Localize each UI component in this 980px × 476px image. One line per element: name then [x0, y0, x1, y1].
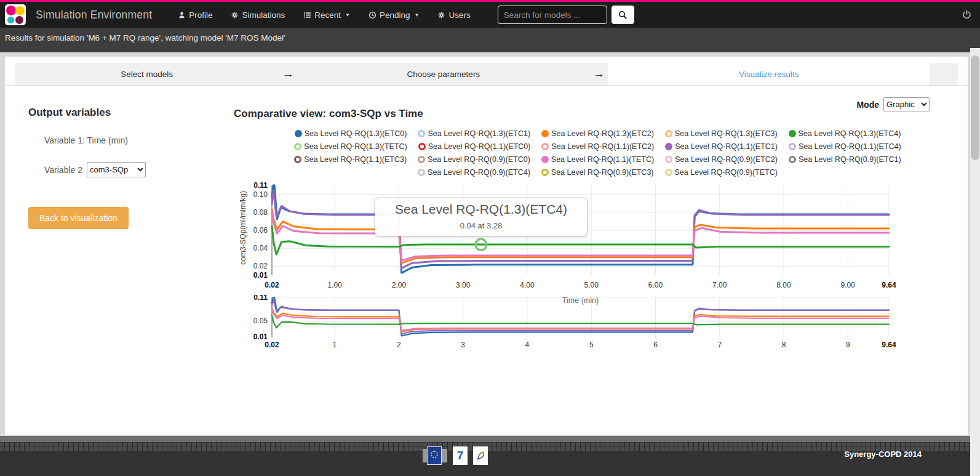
series-line[interactable] — [272, 309, 889, 331]
svg-text:9.64: 9.64 — [882, 281, 896, 289]
variable2-select[interactable]: com3-SQp — [87, 162, 146, 177]
legend-item[interactable]: Sea Level RQ-RQ(1.1)(ETC4) — [789, 140, 901, 153]
search-icon — [618, 10, 627, 20]
svg-text:0.11: 0.11 — [253, 182, 268, 190]
legend-label: Sea Level RQ-RQ(1.1)(ETC1) — [675, 140, 778, 153]
wizard-step-choose-parameters[interactable]: Choose parameters — [297, 63, 589, 85]
legend-label: Sea Level RQ-RQ(0.9)(ETC4) — [428, 166, 530, 179]
main-area: Select models → Choose parameters → Visu… — [0, 48, 980, 436]
legend-item[interactable]: Sea Level RQ-RQ(0.9)(ETC3) — [541, 166, 654, 179]
eu-commission-logo — [423, 446, 447, 465]
nav-label: Pending — [380, 10, 410, 20]
svg-text:1: 1 — [333, 341, 337, 349]
nav-item-profile[interactable]: Profile — [178, 10, 212, 20]
back-to-visualization-button[interactable]: Back to visualization — [28, 207, 129, 229]
scrollbar-thumb[interactable] — [971, 55, 979, 160]
svg-text:2: 2 — [397, 341, 401, 349]
svg-text:0.01: 0.01 — [253, 333, 268, 341]
variable2-label: Variable 2 — [44, 165, 82, 175]
legend-row: Sea Level RQ-RQ(1.1)(ETC3)Sea Level RQ-R… — [234, 153, 962, 166]
chart-area: Comparative view: com3-SQp vs Time Sea L… — [234, 86, 968, 353]
navigator-chart-container: Time (min) 0.021234567899.640.110.050.01 — [234, 295, 962, 353]
list-icon — [303, 11, 311, 19]
gear-icon — [231, 11, 239, 19]
hover-point — [480, 244, 482, 246]
main-nav: Profile Simulations Recent ▼ Pending ▼ U… — [178, 10, 470, 20]
svg-text:0.02: 0.02 — [253, 262, 268, 270]
series-lines[interactable] — [272, 297, 889, 336]
legend-marker-filled — [665, 143, 672, 150]
gear-icon — [437, 11, 445, 19]
search-form — [498, 6, 634, 24]
svg-text:0.08: 0.08 — [253, 208, 268, 217]
legend-item[interactable]: Sea Level RQ-RQ(1.3)(ETC3) — [665, 127, 778, 140]
legend-item[interactable]: Sea Level RQ-RQ(0.9)(TETC) — [665, 166, 778, 179]
legend-item[interactable]: Sea Level RQ-RQ(1.3)(ETC2) — [541, 127, 654, 140]
variable1-label: Variable 1: Time (min) — [44, 135, 128, 145]
nav-item-pending[interactable]: Pending ▼ — [368, 10, 419, 20]
x-axis-ticks: 0.021.002.003.004.005.006.007.008.009.00… — [265, 281, 896, 289]
page-scrollbar[interactable] — [970, 48, 980, 476]
wizard-step-select-models[interactable]: Select models — [15, 63, 279, 85]
legend-item[interactable]: Sea Level RQ-RQ(1.1)(TETC) — [541, 153, 654, 166]
legend-label: Sea Level RQ-RQ(1.3)(ETC0) — [305, 127, 407, 140]
legend-item[interactable]: Sea Level RQ-RQ(1.3)(ETC4) — [789, 127, 901, 140]
user-icon — [178, 11, 186, 19]
logo-petal-teal — [7, 17, 14, 23]
eu-stars-icon — [431, 451, 438, 458]
legend-label: Sea Level RQ-RQ(1.3)(ETC3) — [675, 127, 778, 140]
footer: 7 Synergy-COPD 2014 — [0, 442, 980, 476]
nav-item-simulations[interactable]: Simulations — [231, 10, 285, 20]
mode-select[interactable]: Graphic — [883, 97, 930, 111]
svg-text:0.02: 0.02 — [265, 341, 279, 349]
svg-text:4: 4 — [525, 341, 530, 349]
search-input[interactable] — [498, 6, 607, 24]
navigator-chart[interactable]: 0.021234567899.640.110.050.01 — [234, 295, 901, 353]
logo-petal-yellow — [15, 6, 25, 15]
nav-item-recent[interactable]: Recent ▼ — [303, 10, 350, 20]
nav-label: Users — [448, 10, 470, 20]
legend-item[interactable]: Sea Level RQ-RQ(0.9)(ETC1) — [789, 153, 901, 166]
legend-label: Sea Level RQ-RQ(1.3)(ETC2) — [551, 127, 654, 140]
legend-item[interactable]: Sea Level RQ-RQ(1.3)(TETC) — [294, 140, 407, 153]
fp7-logo: 7 — [453, 446, 468, 465]
quill-icon — [476, 451, 485, 461]
svg-text:0.11: 0.11 — [253, 295, 268, 302]
legend-item[interactable]: Sea Level RQ-RQ(1.1)(ETC1) — [665, 140, 778, 153]
search-button[interactable] — [612, 6, 634, 24]
svg-text:0.01: 0.01 — [253, 271, 268, 280]
legend-item[interactable]: Sea Level RQ-RQ(1.1)(ETC2) — [541, 140, 654, 153]
legend-marker-open — [418, 156, 425, 163]
legend-marker-open — [294, 143, 301, 150]
legend-item[interactable]: Sea Level RQ-RQ(0.9)(ETC2) — [665, 153, 778, 166]
legend-item[interactable]: Sea Level RQ-RQ(0.9)(ETC4) — [418, 166, 530, 179]
chart-tooltip: Sea Level RQ-RQ(1.3)(ETC4) 0.04 at 3.28 — [375, 198, 588, 236]
legend-item[interactable]: Sea Level RQ-RQ(0.9)(ETC0) — [418, 153, 530, 166]
app-logo[interactable] — [5, 4, 26, 25]
legend-marker-filled — [295, 130, 302, 137]
legend-label: Sea Level RQ-RQ(0.9)(ETC3) — [551, 166, 654, 179]
logout-power-button[interactable] — [962, 10, 971, 22]
svg-text:7.00: 7.00 — [712, 281, 727, 289]
wizard-step-visualize-results[interactable]: Visualize results — [608, 63, 930, 85]
legend-item[interactable]: Sea Level RQ-RQ(1.3)(ETC0) — [295, 127, 407, 140]
nav-item-users[interactable]: Users — [437, 10, 470, 20]
chevron-down-icon: ▼ — [415, 12, 420, 18]
svg-text:3.00: 3.00 — [456, 281, 471, 289]
legend-item[interactable]: Sea Level RQ-RQ(1.1)(ETC0) — [418, 140, 531, 153]
legend-label: Sea Level RQ-RQ(1.1)(ETC2) — [551, 140, 654, 153]
svg-text:3: 3 — [461, 341, 465, 349]
wizard-tail — [930, 63, 958, 85]
legend-marker-open — [418, 143, 426, 150]
svg-text:0.04: 0.04 — [253, 244, 268, 252]
nav-label: Simulations — [242, 10, 285, 20]
chevron-down-icon: ▼ — [345, 12, 350, 18]
legend-item[interactable]: Sea Level RQ-RQ(1.3)(ETC1) — [418, 127, 530, 140]
variable1-row: Variable 1: Time (min) — [28, 135, 234, 145]
legend-item[interactable]: Sea Level RQ-RQ(1.1)(ETC3) — [294, 153, 407, 166]
tooltip-value: 0.04 at 3.28 — [380, 221, 582, 230]
svg-text:8.00: 8.00 — [776, 281, 791, 289]
y-axis-ticks: 0.110.100.080.060.040.020.01 — [253, 182, 268, 280]
svg-text:0.10: 0.10 — [253, 190, 268, 199]
arrow-right-icon: → — [589, 63, 608, 85]
